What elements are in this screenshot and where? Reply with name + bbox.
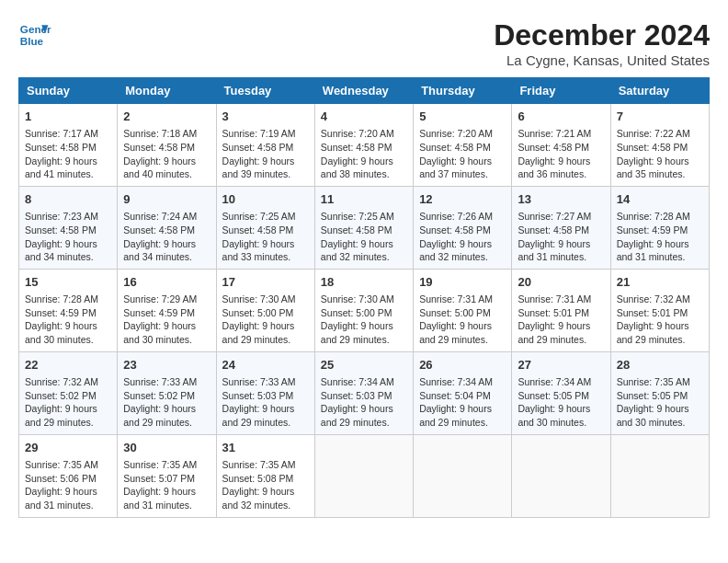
day-number: 16 bbox=[123, 274, 210, 291]
calendar-cell: 17Sunrise: 7:30 AMSunset: 5:00 PMDayligh… bbox=[216, 269, 314, 351]
logo-icon: General Blue bbox=[18, 18, 51, 52]
calendar-cell: 5Sunrise: 7:20 AMSunset: 4:58 PMDaylight… bbox=[414, 104, 512, 187]
day-info: Sunrise: 7:35 AMSunset: 5:08 PMDaylight:… bbox=[222, 458, 309, 512]
day-number: 7 bbox=[617, 109, 703, 125]
day-info: Sunrise: 7:34 AMSunset: 5:04 PMDaylight:… bbox=[419, 375, 506, 430]
day-number: 31 bbox=[222, 440, 309, 456]
day-info: Sunrise: 7:28 AMSunset: 4:59 PMDaylight:… bbox=[617, 210, 703, 264]
day-number: 3 bbox=[222, 109, 309, 125]
day-info: Sunrise: 7:25 AMSunset: 4:58 PMDaylight:… bbox=[222, 210, 309, 264]
calendar-cell: 31Sunrise: 7:35 AMSunset: 5:08 PMDayligh… bbox=[216, 434, 314, 517]
weekday-header-cell: Tuesday bbox=[216, 78, 314, 104]
calendar-cell: 11Sunrise: 7:25 AMSunset: 4:58 PMDayligh… bbox=[314, 186, 413, 269]
calendar-cell: 28Sunrise: 7:35 AMSunset: 5:05 PMDayligh… bbox=[610, 351, 709, 434]
calendar-cell: 29Sunrise: 7:35 AMSunset: 5:06 PMDayligh… bbox=[19, 434, 118, 517]
day-number: 27 bbox=[518, 357, 604, 373]
day-info: Sunrise: 7:35 AMSunset: 5:06 PMDaylight:… bbox=[25, 458, 111, 512]
calendar-week-row: 22Sunrise: 7:32 AMSunset: 5:02 PMDayligh… bbox=[19, 351, 710, 434]
day-info: Sunrise: 7:30 AMSunset: 5:00 PMDaylight:… bbox=[321, 293, 407, 347]
calendar-cell bbox=[610, 434, 709, 517]
calendar-cell: 15Sunrise: 7:28 AMSunset: 4:59 PMDayligh… bbox=[19, 269, 118, 351]
day-info: Sunrise: 7:25 AMSunset: 4:58 PMDaylight:… bbox=[321, 210, 407, 264]
calendar-cell: 2Sunrise: 7:18 AMSunset: 4:58 PMDaylight… bbox=[118, 104, 216, 187]
day-number: 29 bbox=[25, 440, 111, 456]
calendar-cell: 14Sunrise: 7:28 AMSunset: 4:59 PMDayligh… bbox=[610, 186, 709, 269]
day-number: 14 bbox=[617, 191, 703, 208]
day-number: 30 bbox=[123, 440, 210, 456]
calendar-cell: 26Sunrise: 7:34 AMSunset: 5:04 PMDayligh… bbox=[414, 351, 512, 434]
day-number: 21 bbox=[617, 274, 703, 291]
calendar-cell: 13Sunrise: 7:27 AMSunset: 4:58 PMDayligh… bbox=[512, 186, 610, 269]
day-number: 25 bbox=[321, 357, 407, 373]
calendar-cell: 22Sunrise: 7:32 AMSunset: 5:02 PMDayligh… bbox=[19, 351, 118, 434]
svg-text:Blue: Blue bbox=[20, 35, 44, 47]
day-number: 13 bbox=[518, 191, 604, 208]
calendar-cell bbox=[414, 434, 512, 517]
calendar-week-row: 15Sunrise: 7:28 AMSunset: 4:59 PMDayligh… bbox=[19, 269, 710, 351]
day-info: Sunrise: 7:20 AMSunset: 4:58 PMDaylight:… bbox=[419, 127, 506, 181]
day-number: 10 bbox=[222, 191, 309, 208]
weekday-header-row: SundayMondayTuesdayWednesdayThursdayFrid… bbox=[19, 78, 710, 104]
day-info: Sunrise: 7:34 AMSunset: 5:05 PMDaylight:… bbox=[518, 375, 604, 430]
calendar-cell: 9Sunrise: 7:24 AMSunset: 4:58 PMDaylight… bbox=[118, 186, 216, 269]
day-number: 4 bbox=[321, 109, 407, 125]
day-info: Sunrise: 7:21 AMSunset: 4:58 PMDaylight:… bbox=[518, 127, 604, 181]
day-info: Sunrise: 7:20 AMSunset: 4:58 PMDaylight:… bbox=[321, 127, 407, 181]
day-number: 9 bbox=[123, 191, 210, 208]
calendar-week-row: 1Sunrise: 7:17 AMSunset: 4:58 PMDaylight… bbox=[19, 104, 710, 187]
calendar-cell: 19Sunrise: 7:31 AMSunset: 5:00 PMDayligh… bbox=[414, 269, 512, 351]
day-number: 1 bbox=[25, 109, 111, 125]
svg-text:General: General bbox=[20, 23, 51, 35]
day-info: Sunrise: 7:23 AMSunset: 4:58 PMDaylight:… bbox=[25, 210, 111, 264]
calendar-cell: 27Sunrise: 7:34 AMSunset: 5:05 PMDayligh… bbox=[512, 351, 610, 434]
day-number: 2 bbox=[123, 109, 210, 125]
day-info: Sunrise: 7:29 AMSunset: 4:59 PMDaylight:… bbox=[123, 293, 210, 347]
calendar-cell: 23Sunrise: 7:33 AMSunset: 5:02 PMDayligh… bbox=[118, 351, 216, 434]
day-info: Sunrise: 7:32 AMSunset: 5:01 PMDaylight:… bbox=[617, 293, 703, 347]
calendar-cell: 24Sunrise: 7:33 AMSunset: 5:03 PMDayligh… bbox=[216, 351, 314, 434]
day-info: Sunrise: 7:24 AMSunset: 4:58 PMDaylight:… bbox=[123, 210, 210, 264]
day-info: Sunrise: 7:27 AMSunset: 4:58 PMDaylight:… bbox=[518, 210, 604, 264]
day-info: Sunrise: 7:33 AMSunset: 5:03 PMDaylight:… bbox=[222, 375, 309, 430]
day-number: 24 bbox=[222, 357, 309, 373]
day-number: 22 bbox=[25, 357, 111, 373]
day-info: Sunrise: 7:28 AMSunset: 4:59 PMDaylight:… bbox=[25, 293, 111, 347]
title-area: December 2024 La Cygne, Kansas, United S… bbox=[494, 18, 710, 68]
weekday-header-cell: Wednesday bbox=[314, 78, 413, 104]
calendar-cell bbox=[314, 434, 413, 517]
calendar-cell: 16Sunrise: 7:29 AMSunset: 4:59 PMDayligh… bbox=[118, 269, 216, 351]
month-title: December 2024 bbox=[494, 18, 710, 52]
day-info: Sunrise: 7:18 AMSunset: 4:58 PMDaylight:… bbox=[123, 127, 210, 181]
calendar-cell: 8Sunrise: 7:23 AMSunset: 4:58 PMDaylight… bbox=[19, 186, 118, 269]
day-number: 15 bbox=[25, 274, 111, 291]
weekday-header-cell: Saturday bbox=[610, 78, 709, 104]
day-number: 28 bbox=[617, 357, 703, 373]
calendar-cell bbox=[512, 434, 610, 517]
calendar-cell: 1Sunrise: 7:17 AMSunset: 4:58 PMDaylight… bbox=[19, 104, 118, 187]
calendar-cell: 30Sunrise: 7:35 AMSunset: 5:07 PMDayligh… bbox=[118, 434, 216, 517]
location-title: La Cygne, Kansas, United States bbox=[494, 52, 710, 68]
weekday-header-cell: Thursday bbox=[414, 78, 512, 104]
day-number: 20 bbox=[518, 274, 604, 291]
day-info: Sunrise: 7:32 AMSunset: 5:02 PMDaylight:… bbox=[25, 375, 111, 430]
day-number: 17 bbox=[222, 274, 309, 291]
day-info: Sunrise: 7:22 AMSunset: 4:58 PMDaylight:… bbox=[617, 127, 703, 181]
calendar-cell: 4Sunrise: 7:20 AMSunset: 4:58 PMDaylight… bbox=[314, 104, 413, 187]
calendar-cell: 20Sunrise: 7:31 AMSunset: 5:01 PMDayligh… bbox=[512, 269, 610, 351]
day-info: Sunrise: 7:34 AMSunset: 5:03 PMDaylight:… bbox=[321, 375, 407, 430]
calendar-cell: 3Sunrise: 7:19 AMSunset: 4:58 PMDaylight… bbox=[216, 104, 314, 187]
calendar-week-row: 8Sunrise: 7:23 AMSunset: 4:58 PMDaylight… bbox=[19, 186, 710, 269]
weekday-header-cell: Sunday bbox=[19, 78, 118, 104]
weekday-header-cell: Monday bbox=[118, 78, 216, 104]
calendar-body: 1Sunrise: 7:17 AMSunset: 4:58 PMDaylight… bbox=[19, 104, 710, 518]
logo: General Blue bbox=[18, 18, 51, 52]
day-info: Sunrise: 7:26 AMSunset: 4:58 PMDaylight:… bbox=[419, 210, 506, 264]
calendar-week-row: 29Sunrise: 7:35 AMSunset: 5:06 PMDayligh… bbox=[19, 434, 710, 517]
day-number: 26 bbox=[419, 357, 506, 373]
day-number: 8 bbox=[25, 191, 111, 208]
day-info: Sunrise: 7:19 AMSunset: 4:58 PMDaylight:… bbox=[222, 127, 309, 181]
day-info: Sunrise: 7:30 AMSunset: 5:00 PMDaylight:… bbox=[222, 293, 309, 347]
page-header: General Blue December 2024 La Cygne, Kan… bbox=[18, 18, 710, 68]
day-info: Sunrise: 7:35 AMSunset: 5:05 PMDaylight:… bbox=[617, 375, 703, 430]
weekday-header-cell: Friday bbox=[512, 78, 610, 104]
